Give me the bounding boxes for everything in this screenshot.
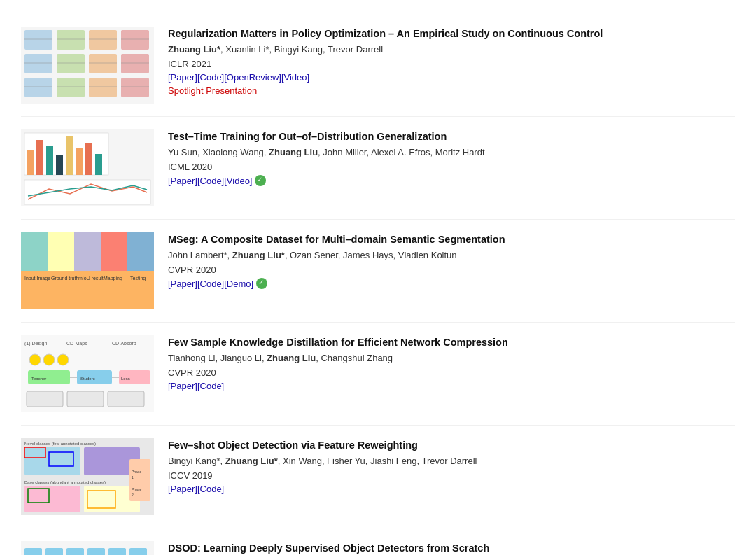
svg-rect-7 xyxy=(121,30,149,50)
svg-point-54 xyxy=(57,354,69,365)
paper-item: (1) Design CD-Maps CD-Absorb Teacher Stu… xyxy=(21,323,735,426)
svg-rect-41 xyxy=(127,232,154,271)
svg-point-53 xyxy=(43,354,55,365)
paper-title: Few Sample Knowledge Distillation for Ef… xyxy=(168,335,735,349)
svg-text:mIoU result: mIoU result xyxy=(78,276,104,281)
paper-title: MSeg: A Composite Dataset for Multi–doma… xyxy=(168,232,735,246)
paper-link[interactable]: [Video] xyxy=(281,72,309,83)
paper-info-p5: Few–shot Object Detection via Feature Re… xyxy=(168,438,735,494)
green-check-icon xyxy=(255,175,266,186)
svg-rect-64 xyxy=(67,391,104,407)
svg-rect-3 xyxy=(57,30,85,50)
paper-link[interactable]: [OpenReview] xyxy=(224,72,281,83)
paper-thumb-p3: Input Image Ground truth mIoU result Map… xyxy=(21,232,154,309)
svg-rect-29 xyxy=(46,146,53,175)
paper-title: Few–shot Object Detection via Feature Re… xyxy=(168,438,735,452)
svg-text:Loss: Loss xyxy=(121,377,130,381)
paper-link[interactable]: [Code] xyxy=(197,176,224,186)
svg-text:Teacher: Teacher xyxy=(31,377,46,381)
paper-thumb-p6: Detection Head Prediction xyxy=(21,541,154,555)
paper-link[interactable]: [Code] xyxy=(197,279,224,289)
paper-venue: CVPR 2020 xyxy=(168,367,735,378)
paper-link[interactable]: [Paper] xyxy=(168,176,197,186)
svg-text:Novel classes (few annotated c: Novel classes (few annotated classes) xyxy=(24,442,96,446)
svg-rect-68 xyxy=(24,447,80,475)
svg-text:Student: Student xyxy=(80,377,95,381)
svg-text:Base classes (abundant annotat: Base classes (abundant annotated classes… xyxy=(24,480,106,484)
svg-rect-13 xyxy=(89,54,117,73)
paper-authors: Tianhong Li, Jianguo Li, Zhuang Liu, Cha… xyxy=(168,352,735,365)
paper-thumb-p1 xyxy=(21,27,154,104)
svg-text:2: 2 xyxy=(132,493,134,497)
svg-rect-32 xyxy=(76,148,83,175)
paper-item: Detection Head Prediction DSOD: Learning… xyxy=(21,528,735,555)
svg-rect-37 xyxy=(21,232,48,271)
svg-text:CD-Absorb: CD-Absorb xyxy=(112,341,136,346)
svg-text:Input Image: Input Image xyxy=(24,276,50,281)
paper-venue: ICLR 2021 xyxy=(168,59,735,69)
paper-link[interactable]: [Paper] xyxy=(168,381,197,391)
paper-link[interactable]: [Code] xyxy=(197,72,224,83)
spotlight-badge: Spotlight Presentation xyxy=(168,85,735,96)
paper-link[interactable]: [Paper] xyxy=(168,72,197,83)
paper-authors: Bingyi Kang*, Zhuang Liu*, Xin Wang, Fis… xyxy=(168,455,735,468)
svg-text:Ground truth: Ground truth xyxy=(51,276,78,281)
svg-text:Mapping: Mapping xyxy=(104,276,122,281)
svg-rect-83 xyxy=(24,548,42,555)
svg-rect-17 xyxy=(24,78,52,97)
svg-rect-86 xyxy=(46,548,63,555)
paper-info-p1: Regularization Matters in Policy Optimiz… xyxy=(168,27,735,96)
paper-link[interactable]: [Code] xyxy=(197,484,224,494)
svg-rect-33 xyxy=(85,143,92,175)
svg-rect-63 xyxy=(27,391,63,407)
svg-rect-92 xyxy=(88,548,105,555)
svg-rect-28 xyxy=(36,140,43,175)
paper-link[interactable]: [Code] xyxy=(197,381,224,391)
paper-links: [Paper] [Code] [OpenReview] [Video] xyxy=(168,72,735,83)
svg-rect-15 xyxy=(121,54,149,73)
svg-rect-31 xyxy=(66,136,73,175)
paper-venue: ICCV 2019 xyxy=(168,470,735,481)
svg-rect-39 xyxy=(74,232,101,271)
paper-item: Novel classes (few annotated classes) Ba… xyxy=(21,426,735,528)
svg-rect-21 xyxy=(89,78,117,97)
svg-rect-95 xyxy=(108,548,126,555)
paper-link[interactable]: [Video] xyxy=(224,176,252,186)
paper-links: [Paper] [Code] xyxy=(168,381,735,391)
svg-text:Phase: Phase xyxy=(132,470,141,474)
paper-list: Regularization Matters in Policy Optimiz… xyxy=(21,14,735,555)
svg-rect-73 xyxy=(24,486,80,512)
paper-info-p3: MSeg: A Composite Dataset for Multi–doma… xyxy=(168,232,735,289)
svg-text:1: 1 xyxy=(132,475,134,479)
paper-info-p6: DSOD: Learning Deeply Supervised Object … xyxy=(168,541,735,555)
svg-text:Phase: Phase xyxy=(132,487,141,491)
svg-text:(1) Design: (1) Design xyxy=(24,341,47,346)
paper-authors: John Lambert*, Zhuang Liu*, Ozan Sener, … xyxy=(168,249,735,262)
paper-thumb-p2 xyxy=(21,129,154,206)
green-check-icon xyxy=(256,278,267,289)
paper-info-p4: Few Sample Knowledge Distillation for Ef… xyxy=(168,335,735,391)
svg-rect-9 xyxy=(24,54,52,73)
paper-links: [Paper] [Code] [Demo] xyxy=(168,278,735,289)
paper-venue: CVPR 2020 xyxy=(168,265,735,275)
paper-links: [Paper] [Code] [Video] xyxy=(168,175,735,186)
svg-rect-27 xyxy=(27,150,34,175)
paper-link[interactable]: [Paper] xyxy=(168,484,197,494)
paper-link[interactable]: [Demo] xyxy=(224,279,253,289)
svg-rect-38 xyxy=(48,232,74,271)
paper-title: DSOD: Learning Deeply Supervised Object … xyxy=(168,541,735,555)
svg-text:Testing: Testing xyxy=(130,276,146,281)
paper-thumb-p4: (1) Design CD-Maps CD-Absorb Teacher Stu… xyxy=(21,335,154,412)
svg-rect-65 xyxy=(108,391,144,407)
paper-item: Input Image Ground truth mIoU result Map… xyxy=(21,220,735,323)
paper-authors: Yu Sun, Xiaolong Wang, Zhuang Liu, John … xyxy=(168,146,735,159)
paper-item: Regularization Matters in Policy Optimiz… xyxy=(21,14,735,117)
svg-rect-1 xyxy=(24,30,52,50)
paper-link[interactable]: [Paper] xyxy=(168,279,197,289)
svg-rect-5 xyxy=(89,30,117,50)
svg-rect-40 xyxy=(101,232,127,271)
svg-rect-30 xyxy=(56,155,63,175)
paper-item: Test–Time Training for Out–of–Distributi… xyxy=(21,117,735,220)
paper-links: [Paper] [Code] xyxy=(168,484,735,494)
svg-rect-98 xyxy=(130,548,147,555)
